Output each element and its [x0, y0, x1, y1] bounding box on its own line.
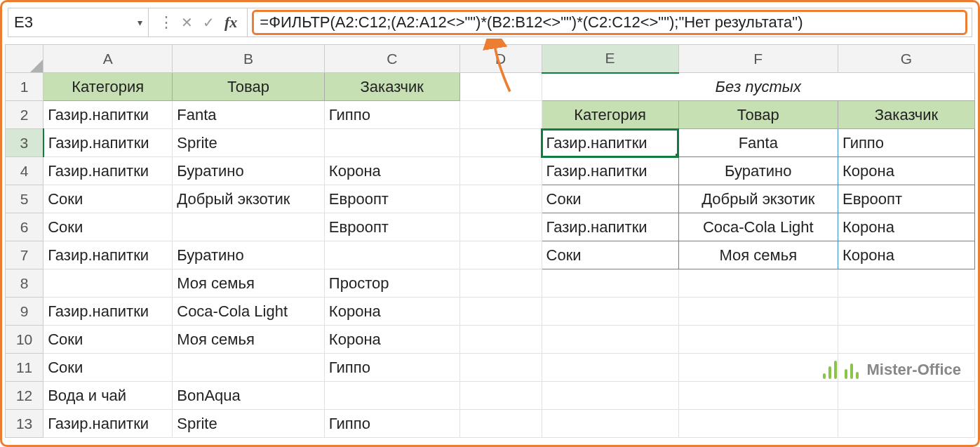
cell-B5[interactable]: Добрый экзотик [173, 185, 325, 213]
cell-F5[interactable]: Добрый экзотик [678, 185, 838, 213]
cell-A6[interactable]: Соки [43, 213, 173, 241]
cell-E3[interactable]: Газир.напитки [542, 129, 678, 157]
cell-B10[interactable]: Моя семья [173, 326, 325, 354]
row-header-3[interactable]: 3 [6, 129, 43, 157]
chevron-down-icon[interactable]: ▾ [137, 17, 142, 28]
cell-F12[interactable] [678, 382, 838, 410]
cell-G6[interactable]: Корона [838, 213, 974, 241]
row-header-2[interactable]: 2 [6, 101, 43, 129]
cell-F2[interactable]: Товар [678, 101, 838, 129]
cell-F9[interactable] [678, 298, 838, 326]
cell-D10[interactable] [459, 326, 542, 354]
cell-C5[interactable]: Евроопт [324, 185, 459, 213]
cell-D11[interactable] [459, 354, 542, 382]
row-header-5[interactable]: 5 [6, 185, 43, 213]
cell-A5[interactable]: Соки [43, 185, 173, 213]
cell-A3[interactable]: Газир.напитки [43, 129, 173, 157]
cell-F10[interactable] [678, 326, 838, 354]
cell-F4[interactable]: Буратино [678, 157, 838, 185]
row-header-1[interactable]: 1 [6, 73, 43, 101]
cell-B2[interactable]: Fanta [173, 101, 325, 129]
cell-A8[interactable] [43, 269, 173, 298]
cell-E7[interactable]: Соки [542, 241, 678, 269]
cell-C6[interactable]: Евроопт [324, 213, 459, 241]
cell-B12[interactable]: BonAqua [173, 382, 325, 410]
cell-F8[interactable] [678, 269, 838, 298]
cell-D2[interactable] [459, 101, 542, 129]
cell-F3[interactable]: Fanta [678, 129, 838, 157]
col-header-E[interactable]: E [542, 45, 678, 73]
row-header-13[interactable]: 13 [6, 410, 43, 438]
cell-C7[interactable] [324, 241, 459, 269]
cell-D8[interactable] [459, 269, 542, 298]
row-header-8[interactable]: 8 [6, 269, 43, 298]
cell-G12[interactable] [838, 382, 974, 410]
cell-C13[interactable]: Гиппо [324, 410, 459, 438]
cell-E10[interactable] [542, 326, 678, 354]
cell-E5[interactable]: Соки [542, 185, 678, 213]
cell-E11[interactable] [542, 354, 678, 382]
merged-title-E1G1[interactable]: Без пустых [542, 73, 974, 101]
cell-G9[interactable] [838, 298, 974, 326]
cell-G10[interactable] [838, 326, 974, 354]
cell-G3[interactable]: Гиппо [838, 129, 974, 157]
cell-A2[interactable]: Газир.напитки [43, 101, 173, 129]
cell-B1[interactable]: Товар [173, 73, 325, 101]
cell-C1[interactable]: Заказчик [324, 73, 459, 101]
cell-F13[interactable] [678, 410, 838, 438]
cell-C9[interactable]: Корона [324, 298, 459, 326]
cell-F11[interactable] [678, 354, 838, 382]
col-header-C[interactable]: C [324, 45, 459, 73]
cell-E9[interactable] [542, 298, 678, 326]
cell-C3[interactable] [324, 129, 459, 157]
cell-C12[interactable] [324, 382, 459, 410]
col-header-G[interactable]: G [838, 45, 974, 73]
cell-B13[interactable]: Sprite [173, 410, 325, 438]
formula-input[interactable]: =ФИЛЬТР(A2:C12;(A2:A12<>"")*(B2:B12<>"")… [252, 10, 967, 35]
cell-D1[interactable] [459, 73, 542, 101]
cell-B11[interactable] [173, 354, 325, 382]
fx-icon[interactable]: fx [224, 13, 237, 32]
cell-C11[interactable]: Гиппо [324, 354, 459, 382]
cell-A9[interactable]: Газир.напитки [43, 298, 173, 326]
cell-D4[interactable] [459, 157, 542, 185]
col-header-A[interactable]: A [43, 45, 173, 73]
row-header-11[interactable]: 11 [6, 354, 43, 382]
cell-E6[interactable]: Газир.напитки [542, 213, 678, 241]
cell-D7[interactable] [459, 241, 542, 269]
cell-E4[interactable]: Газир.напитки [542, 157, 678, 185]
cell-A10[interactable]: Соки [43, 326, 173, 354]
cell-G7[interactable]: Корона [838, 241, 974, 269]
cell-C4[interactable]: Корона [324, 157, 459, 185]
cell-F6[interactable]: Coca-Cola Light [678, 213, 838, 241]
cell-B6[interactable] [173, 213, 325, 241]
cell-G13[interactable] [838, 410, 974, 438]
enter-icon[interactable]: ✓ [203, 14, 215, 31]
cell-A11[interactable]: Соки [43, 354, 173, 382]
cell-E13[interactable] [542, 410, 678, 438]
cell-C8[interactable]: Простор [324, 269, 459, 298]
row-header-7[interactable]: 7 [6, 241, 43, 269]
cell-E2[interactable]: Категория [542, 101, 678, 129]
cell-G5[interactable]: Евроопт [838, 185, 974, 213]
cell-C2[interactable]: Гиппо [324, 101, 459, 129]
split-handle-icon[interactable]: ⋮ [159, 13, 174, 32]
cell-C10[interactable]: Корона [324, 326, 459, 354]
cell-A12[interactable]: Вода и чай [43, 382, 173, 410]
cell-D9[interactable] [459, 298, 542, 326]
formula-input-area[interactable]: =ФИЛЬТР(A2:C12;(A2:A12<>"")*(B2:B12<>"")… [248, 8, 972, 36]
cell-B4[interactable]: Буратино [173, 157, 325, 185]
cell-B8[interactable]: Моя семья [173, 269, 325, 298]
cell-G8[interactable] [838, 269, 974, 298]
cell-E8[interactable] [542, 269, 678, 298]
cell-G2[interactable]: Заказчик [838, 101, 974, 129]
cell-B3[interactable]: Sprite [173, 129, 325, 157]
col-header-F[interactable]: F [678, 45, 838, 73]
row-header-9[interactable]: 9 [6, 298, 43, 326]
row-header-12[interactable]: 12 [6, 382, 43, 410]
row-header-10[interactable]: 10 [6, 326, 43, 354]
cell-D12[interactable] [459, 382, 542, 410]
cell-A7[interactable]: Газир.напитки [43, 241, 173, 269]
cell-E12[interactable] [542, 382, 678, 410]
cell-D5[interactable] [459, 185, 542, 213]
